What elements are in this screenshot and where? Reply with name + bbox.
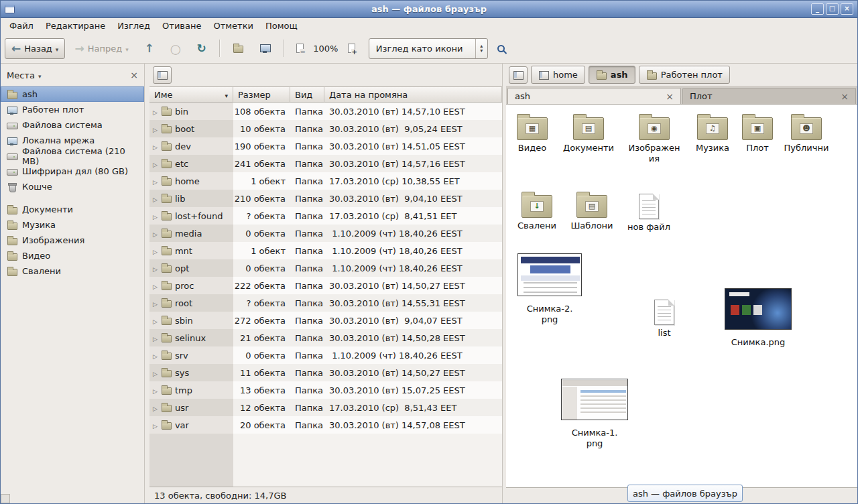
icon-view-item[interactable]: ▣ Плот <box>731 113 784 153</box>
maximize-button[interactable] <box>826 3 839 15</box>
icon-view-item[interactable]: ↓ Свалени <box>510 190 564 231</box>
expander-icon[interactable] <box>153 351 158 361</box>
taskbar-window-button[interactable]: ash — файлов браузър <box>627 485 743 502</box>
home-button[interactable] <box>226 38 250 59</box>
pathbar-button[interactable]: Работен плот <box>639 66 730 84</box>
expander-icon[interactable] <box>153 211 158 221</box>
sidebar-item[interactable]: Документи <box>1 202 144 217</box>
column-header[interactable]: Вид <box>290 87 324 103</box>
sidebar-item[interactable]: Файлова система (210 MB) <box>1 148 144 164</box>
menu-item[interactable]: Отметки <box>207 19 259 33</box>
left-pane-location-button[interactable] <box>153 66 172 84</box>
menu-item[interactable]: Файл <box>3 19 40 33</box>
places-selector-chevron-icon[interactable] <box>38 70 42 80</box>
expander-icon[interactable] <box>153 263 158 273</box>
zoom-in-button[interactable] <box>341 38 362 59</box>
icon-view[interactable]: ▦ Видео ▤ Документи ◉ Изображен ия ♫ Муз… <box>506 105 857 487</box>
expander-icon[interactable] <box>153 403 158 413</box>
sidebar-item[interactable]: Изображения <box>1 233 144 248</box>
zoom-out-button[interactable] <box>290 38 310 59</box>
tree-list-view[interactable]: Име Размер Вид Дата на промяна <box>149 86 502 487</box>
table-row[interactable]: var 20 обекта Папка 30.03.2010 (вт) 14,5… <box>149 416 502 434</box>
sidebar-item[interactable]: Видео <box>1 248 144 263</box>
close-button[interactable] <box>841 3 853 15</box>
table-row[interactable]: bin 108 обекта Папка 30.03.2010 (вт) 14,… <box>149 103 502 120</box>
titlebar[interactable]: ash — файлов браузър <box>1 1 857 18</box>
table-row[interactable]: root ? обекта Папка 30.03.2010 (вт) 14,5… <box>149 294 502 312</box>
search-button[interactable] <box>491 38 511 59</box>
reload-button[interactable] <box>190 38 213 59</box>
expander-icon[interactable] <box>153 420 158 430</box>
expander-icon[interactable] <box>153 368 158 378</box>
menu-item[interactable]: Редактиране <box>40 19 111 33</box>
expander-icon[interactable] <box>153 316 158 326</box>
expander-icon[interactable] <box>153 229 158 239</box>
column-header[interactable]: Име <box>149 87 233 103</box>
menu-item[interactable]: Помощ <box>259 19 304 33</box>
table-row[interactable]: mnt 1 обект Папка 1.10.2009 (чт) 18,40,2… <box>149 242 502 259</box>
expander-icon[interactable] <box>153 107 158 117</box>
back-button[interactable]: Назад <box>5 38 65 59</box>
right-pane-location-button[interactable] <box>509 66 528 84</box>
icon-view-item[interactable]: Снимка-1. png <box>561 379 628 449</box>
table-row[interactable]: lost+found ? обекта Папка 17.03.2010 (ср… <box>149 207 502 225</box>
table-row[interactable]: opt 0 обекта Папка 1.10.2009 (чт) 18,40,… <box>149 259 502 277</box>
icon-view-item[interactable]: нов файл <box>622 192 676 233</box>
resize-grip[interactable] <box>1 494 10 503</box>
expander-icon[interactable] <box>153 333 158 343</box>
table-row[interactable]: dev 190 обекта Папка 30.03.2010 (вт) 14,… <box>149 137 502 155</box>
column-header[interactable]: Размер <box>233 87 290 103</box>
expander-icon[interactable] <box>153 298 158 308</box>
expander-icon[interactable] <box>153 176 158 186</box>
sidebar-item[interactable]: Музика <box>1 217 144 233</box>
expander-icon[interactable] <box>153 194 158 204</box>
table-row[interactable]: proc 222 обекта Папка 30.03.2010 (вт) 14… <box>149 277 502 294</box>
pathbar-button[interactable]: ash <box>589 66 635 84</box>
tab[interactable]: ash <box>507 88 681 104</box>
tab[interactable]: Плот <box>682 88 856 104</box>
table-row[interactable]: tmp 13 обекта Папка 30.03.2010 (вт) 15,0… <box>149 381 502 399</box>
table-row[interactable]: usr 12 обекта Папка 17.03.2010 (ср) 8,51… <box>149 399 502 416</box>
places-close-icon[interactable] <box>130 70 138 80</box>
minimize-button[interactable] <box>811 3 824 15</box>
icon-view-item[interactable]: list <box>637 298 691 338</box>
icon-view-item[interactable]: Снимка.png <box>725 288 792 348</box>
menu-item[interactable]: Отиване <box>156 19 207 33</box>
sidebar-pane-divider[interactable] <box>145 64 149 503</box>
icon-view-item[interactable]: ▦ Видео <box>506 113 559 153</box>
table-row[interactable]: sbin 272 обекта Папка 30.03.2010 (вт) 9,… <box>149 312 502 329</box>
expander-icon[interactable] <box>153 141 158 151</box>
expander-icon[interactable] <box>153 124 158 134</box>
up-button[interactable] <box>138 38 161 59</box>
tab-close-icon[interactable] <box>841 91 849 102</box>
icon-view-item[interactable]: ◉ Изображен ия <box>627 113 681 164</box>
sidebar-item[interactable]: Работен плот <box>1 102 144 117</box>
expander-icon[interactable] <box>153 281 158 291</box>
table-row[interactable]: etc 241 обекта Папка 30.03.2010 (вт) 14,… <box>149 155 502 172</box>
view-mode-spinner-icon[interactable] <box>475 39 487 58</box>
table-row[interactable]: home 1 обект Папка 17.03.2010 (ср) 10,38… <box>149 172 502 190</box>
pathbar-button[interactable]: home <box>531 66 585 84</box>
expander-icon[interactable] <box>153 159 158 169</box>
expander-icon[interactable] <box>153 246 158 256</box>
table-row[interactable]: selinux 21 обекта Папка 30.03.2010 (вт) … <box>149 329 502 346</box>
sidebar-item[interactable]: Файлова система <box>1 117 144 133</box>
sidebar-item[interactable]: ash <box>1 86 144 102</box>
tab-close-icon[interactable] <box>666 91 674 102</box>
sidebar-item[interactable]: Кошче <box>1 179 144 194</box>
computer-button[interactable] <box>253 38 277 59</box>
icon-view-item[interactable]: ▤ Документи <box>562 113 615 153</box>
column-header[interactable]: Дата на промяна <box>324 87 502 103</box>
menu-item[interactable]: Изглед <box>111 19 156 33</box>
stop-button[interactable] <box>164 38 188 59</box>
forward-button[interactable]: Напред <box>68 38 135 59</box>
sidebar-item[interactable]: Свалени <box>1 263 144 279</box>
sidebar-item[interactable]: Шифриран дял (80 GB) <box>1 164 144 179</box>
table-row[interactable]: media 0 обекта Папка 1.10.2009 (чт) 18,4… <box>149 225 502 242</box>
icon-view-item[interactable]: ☻ Публични <box>780 113 833 153</box>
table-row[interactable]: srv 0 обекта Папка 1.10.2009 (чт) 18,40,… <box>149 346 502 364</box>
icon-view-item[interactable]: Снимка-2. png <box>516 253 583 325</box>
table-row[interactable]: boot 10 обекта Папка 30.03.2010 (вт) 9,0… <box>149 120 502 137</box>
table-row[interactable]: sys 11 обекта Папка 30.03.2010 (вт) 14,5… <box>149 364 502 381</box>
expander-icon[interactable] <box>153 385 158 395</box>
